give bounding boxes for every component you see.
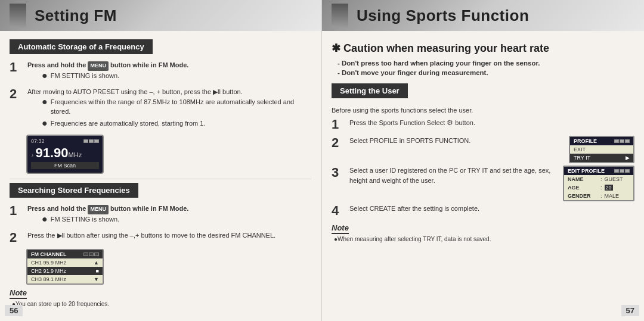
ch-battery-3: [94, 253, 99, 256]
profile-tryit-arrow: ▶: [626, 155, 630, 161]
profile-battery: [614, 138, 630, 144]
step2-content: After moving to AUTO PRESET using the –,…: [27, 87, 312, 130]
page-number-left: 56: [5, 305, 23, 316]
ep-name-sep: :: [600, 176, 602, 182]
prof-bat-2: [620, 139, 624, 143]
user-step4-text: Select CREATE after the setting is compl…: [349, 205, 479, 212]
user-note: Note ● When measuring after selecting TR…: [332, 222, 634, 242]
ep-gender-sep: :: [600, 193, 602, 199]
user-step-number-4: 4: [332, 204, 346, 217]
step1-bullet: ● FM SETTING is shown.: [42, 71, 312, 81]
user-step3-row: 3 Select a user ID registered on the PC …: [322, 166, 644, 201]
prof-bat-3: [625, 139, 630, 143]
right-page-header: Using Sports Function: [322, 0, 644, 31]
step2-text: After moving to AUTO PRESET using the –,…: [27, 88, 243, 95]
sports-icon: ⚙: [447, 119, 453, 127]
device-fm-label: FM Scan: [31, 162, 99, 169]
step1-text-before: Press and hold the: [27, 61, 88, 68]
search-note-text: You can store up to 20 frequencies.: [16, 301, 109, 307]
caution-heading: ✱ Caution when measuring your heart rate: [322, 39, 644, 60]
searching-section: Searching Stored Frequencies 1 Press and…: [0, 183, 321, 307]
user-step2-row: 2 Select PROFILE in SPORTS FUNCTION. PRO…: [322, 136, 644, 163]
channel-header: FM CHANNEL: [27, 250, 103, 258]
ep-gender-val: MALE: [605, 193, 620, 199]
ep-age-key: AGE: [568, 185, 600, 191]
setting-user-label: Setting the User: [332, 83, 408, 98]
step2-bullet2: ● Frequencies are automatically stored, …: [42, 119, 312, 129]
search-note-item: ● You can store up to 20 frequencies.: [10, 301, 312, 307]
setting-user-section: Setting the User Before using the sports…: [322, 83, 644, 242]
menu-key-search: MENU: [88, 205, 109, 214]
step2-bullet1: ● Frequencies within the range of 87.5MH…: [42, 97, 312, 117]
header-accent-right: [332, 4, 348, 27]
search-step1-bullet-text: FM SETTING is shown.: [51, 214, 120, 225]
edit-profile-name-row: NAME : GUEST: [564, 175, 633, 183]
device-battery: [83, 139, 99, 143]
ep-age-sep: :: [600, 185, 602, 191]
search-step2-text: Press the ▶ll button after using the –,+…: [27, 232, 275, 239]
profile-display: PROFILE EXIT TRY IT ▶: [569, 136, 634, 163]
edit-profile-age-row: AGE : 20: [564, 183, 633, 192]
menu-key-1: MENU: [88, 61, 109, 71]
profile-exit-label: EXIT: [574, 147, 586, 152]
channel-row-3: CH3 89.1 MHz ▼: [27, 275, 103, 283]
freq-unit: MHz: [69, 151, 82, 158]
searching-label: Searching Stored Frequencies: [10, 183, 138, 198]
auto-storage-label: Automatic Storage of a Frequency: [10, 39, 153, 54]
channel-display: FM CHANNEL CH1 95.9 MHz ▲ CH2 91.9 MHz ■…: [26, 249, 104, 285]
search-step1-text-after: button while in FM Mode.: [110, 205, 188, 212]
page-number-right: 57: [621, 305, 639, 316]
ep-bat-2: [620, 169, 624, 173]
battery-bar-2: [89, 139, 94, 143]
profile-row-tryit: TRY IT ▶: [570, 154, 633, 162]
ch-battery-1: [83, 253, 88, 256]
user-step3-text: Select a user ID registered on the PC or…: [349, 167, 550, 184]
battery-bar-1: [83, 139, 88, 143]
step1-content: Press and hold the MENU button while in …: [27, 60, 312, 82]
channel-row-3-arrow: ▼: [94, 276, 99, 282]
search-step1-text-before: Press and hold the: [27, 205, 88, 212]
search-step1-content: Press and hold the MENU button while in …: [27, 204, 312, 226]
freq-big: 91.90: [36, 145, 69, 161]
edit-profile-display: EDIT PROFILE NAME : GUEST AGE : 20: [563, 166, 634, 201]
user-step-number-3: 3: [332, 166, 346, 179]
left-page-title: Setting FM: [35, 7, 117, 25]
ep-age-val: 20: [605, 185, 613, 191]
step-number-2: 2: [10, 88, 24, 101]
channel-battery: [83, 251, 99, 257]
device-time: 07:32: [31, 138, 45, 144]
search-step-number-1: 1: [10, 204, 24, 217]
page-right: Using Sports Function ✱ Caution when mea…: [322, 0, 644, 321]
search-step1: 1 Press and hold the MENU button while i…: [0, 204, 321, 226]
bullet-dot-2a: ●: [42, 97, 48, 107]
left-page-header: Setting FM: [0, 0, 321, 31]
profile-header: PROFILE: [570, 137, 633, 145]
ep-bat-3: [625, 169, 630, 173]
channel-row-2-arrow: ■: [96, 268, 99, 274]
channel-header-label: FM CHANNEL: [31, 251, 67, 257]
search-step1-bullet: ● FM SETTING is shown.: [42, 214, 312, 225]
caution-heading-text: Caution when measuring your heart rate: [343, 42, 549, 54]
auto-storage-section: Automatic Storage of a Frequency 1 Press…: [0, 39, 321, 174]
channel-row-2: CH2 91.9 MHz ■: [27, 267, 103, 275]
device-top-row: 07:32: [31, 138, 99, 144]
caution-bullet-2: - Don't move your finger during measurem…: [338, 69, 634, 76]
user-step-number-2: 2: [332, 136, 346, 149]
channel-row-1-arrow: ▲: [94, 260, 99, 266]
divider-1: [10, 179, 312, 179]
ep-name-key: NAME: [568, 176, 600, 182]
ep-bat-1: [614, 169, 619, 173]
user-step1-text: Press the Sports Function Select: [349, 119, 447, 126]
search-step2: 2 Press the ▶ll button after using the –…: [0, 230, 321, 244]
prof-bat-1: [614, 139, 619, 143]
auto-storage-step1: 1 Press and hold the MENU button while i…: [0, 60, 321, 82]
user-step2-text: Select PROFILE in SPORTS FUNCTION.: [349, 137, 470, 144]
edit-profile-battery: [614, 168, 630, 174]
ch-battery-2: [89, 253, 94, 256]
edit-profile-gender-row: GENDER : MALE: [564, 192, 633, 200]
user-note-item: ● When measuring after selecting TRY IT,…: [332, 236, 634, 242]
step2-bullet1-text: Frequencies within the range of 87.5MHz …: [51, 97, 312, 117]
ep-name-val: GUEST: [605, 176, 623, 182]
search-bullet-dot-1: ●: [42, 214, 48, 224]
caution-asterisk: ✱: [332, 42, 343, 54]
